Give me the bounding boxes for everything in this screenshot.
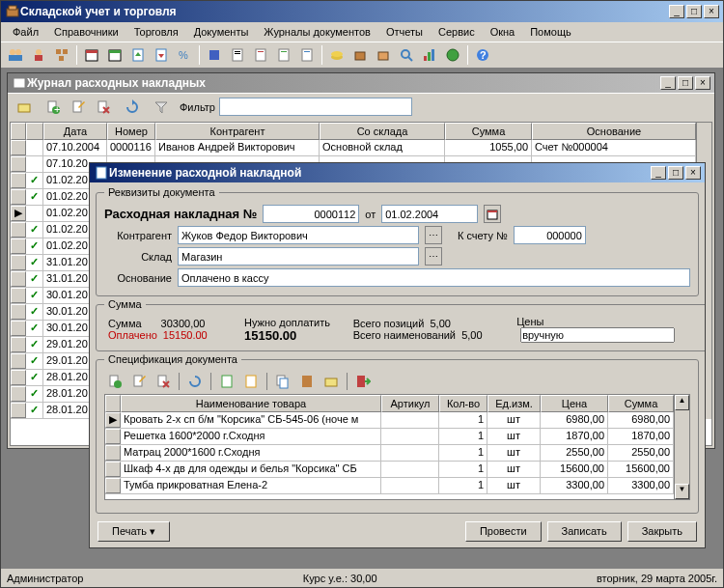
close-button[interactable]: Закрыть [627,521,697,542]
spec-col-article[interactable]: Артикул [381,395,439,412]
col-basis[interactable]: Основание [532,123,696,140]
print-button[interactable]: Печать ▾ [97,521,170,542]
tb-percent-icon[interactable]: % [174,44,195,66]
table-row[interactable]: Решетка 1600*2000 г.Сходня1шт1870,001870… [105,429,674,445]
tb-find-icon[interactable] [396,44,417,66]
tb-calendar-green-icon[interactable] [104,44,125,66]
col-sum[interactable]: Сумма [445,123,532,140]
journal-maximize-button[interactable]: □ [678,76,693,90]
spec-paste-icon[interactable] [296,371,318,392]
save-button[interactable]: Записать [547,521,622,542]
menu-reports[interactable]: Отчеты [378,24,431,40]
spec-edit-icon[interactable] [128,371,150,392]
tb-people-icon[interactable] [5,44,26,66]
spec-col-name[interactable]: Наименование товара [121,395,381,412]
tb-book-icon[interactable] [204,44,225,66]
spec-refresh-icon[interactable] [184,371,206,392]
spec-doc2-icon[interactable] [240,371,262,392]
tb-report1-icon[interactable] [227,44,248,66]
warehouse-input[interactable] [178,247,419,266]
cell-sum: 1055,00 [445,140,532,155]
journal-delete-icon[interactable] [93,97,114,118]
col-number[interactable]: Номер [107,123,155,140]
journal-filter-icon[interactable] [151,97,172,118]
doc-date-input[interactable] [381,205,478,223]
maximize-button[interactable]: □ [686,5,702,18]
tb-chart-icon[interactable] [419,44,440,66]
spec-col-qty[interactable]: Кол-во [439,395,487,412]
journal-open-icon[interactable] [14,97,35,118]
svg-point-2 [10,49,15,55]
tb-calendar-red-icon[interactable] [81,44,102,66]
col-warehouse[interactable]: Со склада [320,123,445,140]
journal-refresh-icon[interactable] [122,97,143,118]
journal-edit-icon[interactable] [68,97,89,118]
minimize-button[interactable]: _ [669,5,684,18]
table-row[interactable]: Тумба прикроватная Елена-21шт3300,003300… [105,478,674,494]
tb-doc-down-icon[interactable] [151,44,172,66]
warehouse-picker-button[interactable]: ⋯ [425,247,442,266]
main-title: Складской учет и торговля [20,5,669,18]
svg-rect-57 [302,376,312,387]
table-row[interactable]: ▶Кровать 2-х сп б/м "Корсика" СБ-545-06 … [105,412,674,429]
cell-price: 2550,00 [541,445,608,461]
spec-grid[interactable]: Наименование товара Артикул Кол-во Ед.из… [104,394,690,500]
tb-report2-icon[interactable] [250,44,271,66]
counterparty-input[interactable] [178,226,419,244]
journal-close-button[interactable]: × [695,76,710,90]
tb-box2-icon[interactable] [373,44,394,66]
spec-delete-icon[interactable] [153,371,174,392]
col-date[interactable]: Дата [43,123,107,140]
menu-documents[interactable]: Документы [186,24,257,40]
row-check-icon: ✓ [26,288,43,303]
spec-col-price[interactable]: Цена [541,395,608,412]
counterparty-picker-button[interactable]: ⋯ [425,226,442,244]
total-names-label: Всего наименований [353,329,456,341]
menu-service[interactable]: Сервис [431,24,483,40]
journal-minimize-button[interactable]: _ [660,76,676,90]
tb-report3-icon[interactable] [273,44,294,66]
tb-world-icon[interactable] [442,44,463,66]
menu-help[interactable]: Помощь [522,24,579,40]
post-button[interactable]: Провести [465,521,542,542]
tb-doc-up-icon[interactable] [127,44,149,66]
menu-windows[interactable]: Окна [483,24,523,40]
prices-input[interactable] [520,327,675,343]
tb-coins-icon[interactable] [326,44,348,66]
doc-number-input[interactable] [263,205,359,223]
table-row[interactable]: Матрац 2000*1600 г.Сходня1шт2550,002550,… [105,445,674,462]
table-row[interactable]: Шкаф 4-х дв для одежды и белья "Корсика"… [105,462,674,478]
date-picker-button[interactable] [484,205,501,223]
table-row[interactable]: 07.10.20040000116Иванов Андрей Викторови… [11,140,696,156]
spec-col-unit[interactable]: Ед.изм. [487,395,541,412]
tb-help-icon[interactable]: ? [472,44,493,66]
close-button[interactable]: × [704,5,719,18]
col-counterparty[interactable]: Контрагент [155,123,320,140]
spec-doc1-icon[interactable] [216,371,237,392]
tb-report4-icon[interactable] [296,44,318,66]
spec-col-sum[interactable]: Сумма [608,395,674,412]
edit-close-button[interactable]: × [685,166,701,180]
tb-box1-icon[interactable] [349,44,371,66]
spec-add-icon[interactable] [104,371,125,392]
menu-directories[interactable]: Справочники [46,24,126,40]
to-account-input[interactable] [514,226,586,244]
tb-boxes-icon[interactable] [51,44,72,66]
journal-add-icon[interactable]: + [42,97,64,118]
cell-unit: шт [487,445,541,461]
edit-maximize-button[interactable]: □ [668,166,683,180]
spec-copy-icon[interactable] [272,371,293,392]
tb-person-icon[interactable] [28,44,49,66]
edit-minimize-button[interactable]: _ [651,166,666,180]
basis-input[interactable] [178,268,690,287]
menu-trade[interactable]: Торговля [126,24,186,40]
svg-point-3 [15,49,21,55]
spec-folder-icon[interactable] [320,371,342,392]
row-check-icon: ✓ [26,271,43,287]
spec-scrollbar[interactable]: ▲ ▼ [674,395,689,499]
filter-input[interactable] [219,98,412,116]
menu-file[interactable]: Файл [5,24,46,40]
svg-rect-39 [14,78,25,88]
menu-journals[interactable]: Журналы документов [256,24,378,40]
spec-exit-icon[interactable] [352,371,374,392]
